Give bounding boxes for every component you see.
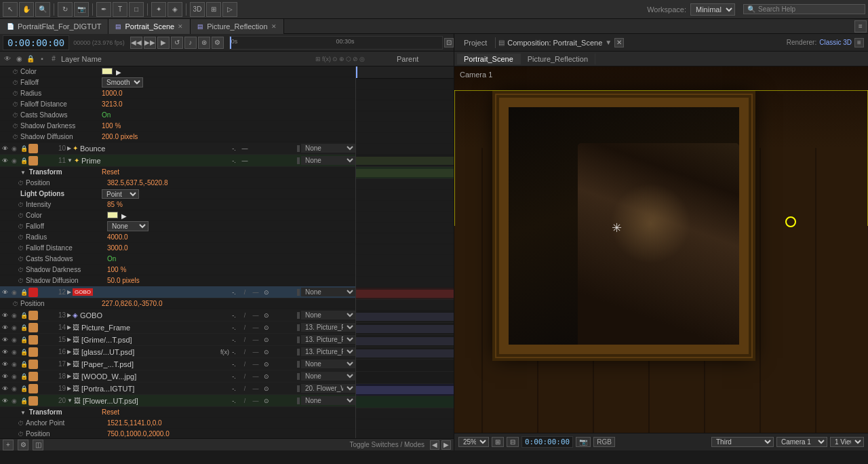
transform-reset[interactable]: Reset: [102, 168, 355, 176]
camera-select[interactable]: Camera 1: [776, 437, 827, 447]
toggle-label[interactable]: Toggle Switches / Modes: [349, 441, 425, 448]
layer-name-19[interactable]: [Portra...IGTUT]: [81, 385, 229, 393]
sdiff2-value[interactable]: 50.0 pixels: [107, 277, 355, 284]
falloff2-value-area[interactable]: None Smooth: [107, 221, 355, 231]
lock-btn-12[interactable]: 🔒: [19, 288, 28, 297]
switch-18-1[interactable]: -.: [229, 372, 239, 381]
scroll-right-btn[interactable]: ▶: [441, 440, 451, 450]
toggle-resize[interactable]: ⊡: [444, 38, 454, 47]
comp-tab-portrait[interactable]: Portrait_Scene: [457, 54, 521, 64]
layer-row-20[interactable]: 👁 ◉ 🔒 20 ▼ 🖼 [Flower...UT.psd] -. /: [0, 395, 355, 407]
position20-value[interactable]: 750.0,1000.0,2000.0: [107, 430, 355, 438]
fd2-value[interactable]: 3000.0: [107, 244, 355, 252]
layer-name-16[interactable]: [glass/...UT.psd]: [81, 348, 218, 356]
switch-10-1[interactable]: -.: [229, 144, 239, 153]
camera-tool-btn[interactable]: 📷: [74, 2, 89, 17]
layer-row-17[interactable]: 👁 ◉ 🔒 17 ▶ 🖼 [Paper_...T.psd] -. /: [0, 358, 355, 370]
view-mode-select[interactable]: Third Active Camera Front: [711, 437, 774, 447]
color-swatch-area[interactable]: ▶: [102, 68, 355, 76]
layer-row-11[interactable]: 👁 ◉ 🔒 11 ▼ ✦ Prime -. —: [0, 155, 355, 167]
switch-12-3[interactable]: —: [251, 288, 260, 297]
position-value[interactable]: 382.5,637.5,-5020.8: [107, 179, 355, 187]
switch-18-2[interactable]: /: [240, 372, 250, 381]
solo-btn-11[interactable]: ◉: [9, 156, 19, 166]
layer-settings-btn[interactable]: ⚙: [18, 440, 28, 450]
lock-btn-15[interactable]: 🔒: [19, 335, 28, 345]
solo-btn-17[interactable]: ◉: [9, 360, 19, 369]
expand-15[interactable]: ▶: [67, 336, 71, 343]
expand-12[interactable]: ▶: [67, 289, 71, 295]
panel-menu-btn[interactable]: ≡: [854, 20, 867, 33]
switch-17-2[interactable]: /: [240, 360, 250, 369]
parent-select-10[interactable]: None: [301, 144, 355, 153]
layer-row-18[interactable]: 👁 ◉ 🔒 18 ▶ 🖼 [WOOD_W...jpg] -. / —: [0, 370, 355, 383]
parent-select-19[interactable]: 20. Flower_W: [301, 384, 355, 393]
right-panel-menu[interactable]: ≡: [854, 38, 864, 47]
shadow-darkness-value[interactable]: 100 %: [102, 122, 355, 130]
play-btn[interactable]: ▶: [157, 37, 170, 49]
parent-select-13[interactable]: None: [301, 311, 355, 320]
layer-name-20[interactable]: [Flower...UT.psd]: [83, 397, 229, 405]
switch-15-4[interactable]: ⊙: [262, 335, 271, 345]
expand-19[interactable]: ▶: [67, 385, 71, 391]
parent-select-18[interactable]: None: [301, 372, 355, 381]
switch-19-4[interactable]: ⊙: [262, 384, 271, 393]
falloff2-select[interactable]: None Smooth: [107, 221, 149, 231]
radius2-value[interactable]: 4000.0: [107, 233, 355, 241]
preview-settings-btn[interactable]: ⚙: [212, 37, 224, 49]
expand-17[interactable]: ▶: [67, 361, 71, 367]
switch-14-2[interactable]: /: [240, 323, 250, 332]
expand-10[interactable]: ▶: [67, 145, 71, 151]
falloff-select[interactable]: Smooth None Linear: [102, 77, 143, 88]
solo-btn-16[interactable]: ◉: [9, 347, 19, 357]
switch-19-2[interactable]: /: [240, 384, 250, 393]
switch-16-2[interactable]: /: [240, 347, 250, 357]
lock-btn-19[interactable]: 🔒: [19, 384, 28, 393]
switch-20-2[interactable]: /: [240, 396, 250, 406]
parent-select-17[interactable]: None: [301, 360, 355, 368]
audio-btn[interactable]: ♪: [184, 37, 197, 49]
layer-name-10[interactable]: Bounce: [80, 144, 229, 153]
search-help-box[interactable]: 🔍 Search Help: [743, 4, 865, 14]
expand-11[interactable]: ▼: [67, 157, 73, 163]
expand-18[interactable]: ▶: [67, 373, 71, 379]
lock-btn-10[interactable]: 🔒: [19, 144, 28, 153]
cs2-value[interactable]: On: [107, 255, 355, 263]
switch-12-4[interactable]: ⊙: [262, 288, 271, 297]
shape-tool-btn[interactable]: □: [129, 2, 144, 17]
solo-btn-10[interactable]: ◉: [9, 144, 19, 153]
vis-btn-12[interactable]: 👁: [0, 288, 9, 297]
renderer-value[interactable]: Classic 3D: [819, 39, 852, 46]
vis-btn-17[interactable]: 👁: [0, 360, 9, 369]
shadow-diffusion-value[interactable]: 200.0 pixels: [102, 133, 355, 140]
switch-15-3[interactable]: —: [251, 335, 260, 345]
switch-13-4[interactable]: ⊙: [262, 311, 271, 320]
expand-16[interactable]: ▶: [67, 349, 71, 355]
switch-20-3[interactable]: —: [251, 396, 260, 406]
vis-btn-15[interactable]: 👁: [0, 335, 9, 345]
tab-portrait-close[interactable]: ✕: [178, 23, 183, 30]
layer-name-17[interactable]: [Paper_...T.psd]: [81, 360, 229, 368]
transform20-reset[interactable]: Reset: [102, 408, 355, 416]
light-options-value-area[interactable]: Point Spot Ambient: [102, 189, 355, 199]
fit-frame-btn[interactable]: ⊞: [492, 437, 504, 447]
pixel-aspect-btn[interactable]: ⊟: [507, 437, 519, 447]
intensity-value[interactable]: 85 %: [107, 201, 355, 208]
layer-name-15[interactable]: [Grime/...T.psd]: [81, 336, 229, 344]
main-timecode[interactable]: 0:00:00:00: [3, 35, 69, 50]
solo-btn-19[interactable]: ◉: [9, 384, 19, 393]
3d-tool-btn[interactable]: 3D: [190, 2, 205, 17]
layer-row-15[interactable]: 👁 ◉ 🔒 15 ▶ 🖼 [Grime/...T.psd] -. /: [0, 334, 355, 346]
preview-btn[interactable]: ⊛: [198, 37, 210, 49]
color2-swatch-area[interactable]: ▶: [107, 212, 355, 220]
solo-btn-12[interactable]: ◉: [9, 288, 19, 297]
select-tool-btn[interactable]: ↖: [3, 2, 18, 17]
search-help-placeholder[interactable]: Search Help: [758, 5, 795, 13]
layer-name-13[interactable]: GOBO: [80, 311, 229, 320]
vis-btn-10[interactable]: 👁: [0, 144, 9, 153]
workspace-select[interactable]: Minimal: [690, 3, 735, 16]
expand-14[interactable]: ▶: [67, 324, 71, 330]
roto-tool-btn[interactable]: ◈: [167, 2, 182, 17]
switch-14-1[interactable]: -.: [229, 323, 239, 332]
switch-15-2[interactable]: /: [240, 335, 250, 345]
